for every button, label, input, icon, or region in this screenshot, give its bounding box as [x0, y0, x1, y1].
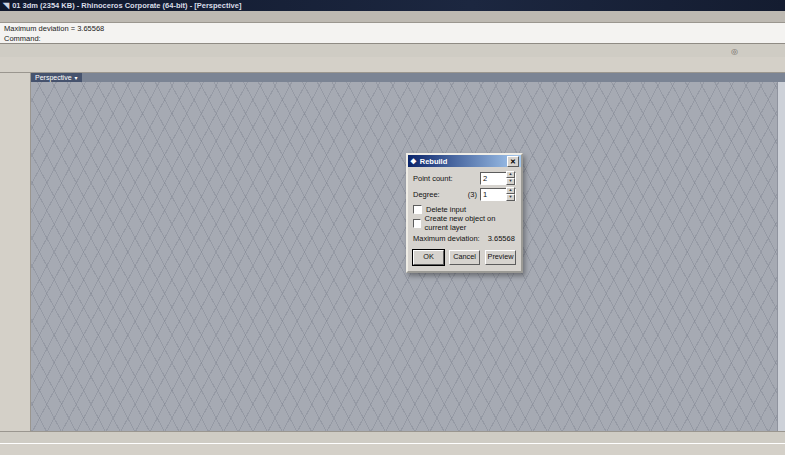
rebuild-dialog-body: Point count: 2 ▲▼ Degree: (3) 1 ▲▼ [408, 167, 521, 271]
chevron-down-icon: ▾ [75, 74, 78, 81]
degree-label: Degree: [413, 190, 464, 199]
degree-row: Degree: (3) 1 ▲▼ [413, 188, 516, 200]
delete-input-row[interactable]: Delete input [413, 204, 516, 214]
app-icon: ◥ [3, 1, 9, 10]
osnap-status-bar [0, 443, 785, 455]
create-new-checkbox[interactable] [413, 219, 421, 228]
command-panel: Maximum deviation = 3.65568 Command: [0, 23, 785, 44]
max-deviation-value: 3.65568 [488, 234, 515, 243]
degree-spinner[interactable]: ▲▼ [506, 187, 515, 201]
viewport-title[interactable]: Perspective ▾ [31, 73, 82, 82]
menu-bar [0, 11, 785, 23]
spin-down-icon[interactable]: ▼ [506, 194, 515, 201]
viewport-title-label: Perspective [35, 74, 72, 81]
rebuild-dialog-titlebar[interactable]: ❖ Rebuild ✕ [408, 155, 521, 167]
window-title: 01 3dm (2354 KB) - Rhinoceros Corporate … [12, 1, 241, 10]
create-new-row[interactable]: Create new object on current layer [413, 218, 516, 228]
degree-current: (3) [467, 190, 477, 199]
point-count-row: Point count: 2 ▲▼ [413, 172, 516, 184]
delete-input-checkbox[interactable] [413, 205, 422, 214]
spin-up-icon[interactable]: ▲ [506, 187, 515, 194]
delete-input-label: Delete input [426, 205, 466, 214]
title-bar: ◥ 01 3dm (2354 KB) - Rhinoceros Corporat… [0, 0, 785, 11]
viewport-tabs-bar [0, 431, 785, 443]
ok-button[interactable]: OK [413, 250, 444, 265]
rhino-window: ◥ 01 3dm (2354 KB) - Rhinoceros Corporat… [0, 0, 785, 455]
point-count-spinner[interactable]: ▲▼ [506, 171, 515, 185]
toolbar-options-icon[interactable]: ◎ [731, 47, 738, 56]
close-icon[interactable]: ✕ [507, 156, 519, 167]
spin-down-icon[interactable]: ▼ [506, 178, 515, 185]
create-new-label: Create new object on current layer [425, 214, 516, 232]
rebuild-dialog: ❖ Rebuild ✕ Point count: 2 ▲▼ Degree: ( [406, 153, 523, 273]
rebuild-dialog-title: Rebuild [420, 157, 504, 166]
point-count-field[interactable]: 2 ▲▼ [480, 172, 516, 185]
cancel-button[interactable]: Cancel [449, 250, 480, 265]
degree-value[interactable]: 1 [481, 190, 506, 199]
spin-up-icon[interactable]: ▲ [506, 171, 515, 178]
max-deviation-label: Maximum deviation: [413, 234, 480, 243]
preview-button[interactable]: Preview [485, 250, 516, 265]
dialog-buttons: OK Cancel Preview [413, 250, 516, 265]
main-area: Perspective ▾ ❖ Rebuild ✕ Point count: 2 [0, 73, 785, 431]
degree-field[interactable]: 1 ▲▼ [480, 188, 516, 201]
perspective-viewport[interactable]: Perspective ▾ ❖ Rebuild ✕ Point count: 2 [31, 73, 785, 431]
command-history: Maximum deviation = 3.65568 [0, 23, 785, 33]
right-panel-edge[interactable] [777, 73, 785, 431]
max-deviation-row: Maximum deviation: 3.65568 [413, 232, 516, 244]
rebuild-dialog-icon: ❖ [410, 157, 417, 166]
toolbar-tab-row: ◎ [0, 44, 785, 57]
point-count-label: Point count: [413, 174, 477, 183]
viewport-header: Perspective ▾ [31, 73, 785, 82]
point-count-value[interactable]: 2 [481, 174, 506, 183]
left-tool-sidebar [0, 73, 31, 431]
command-input[interactable]: Command: [0, 33, 785, 43]
standard-toolbar [0, 57, 785, 73]
